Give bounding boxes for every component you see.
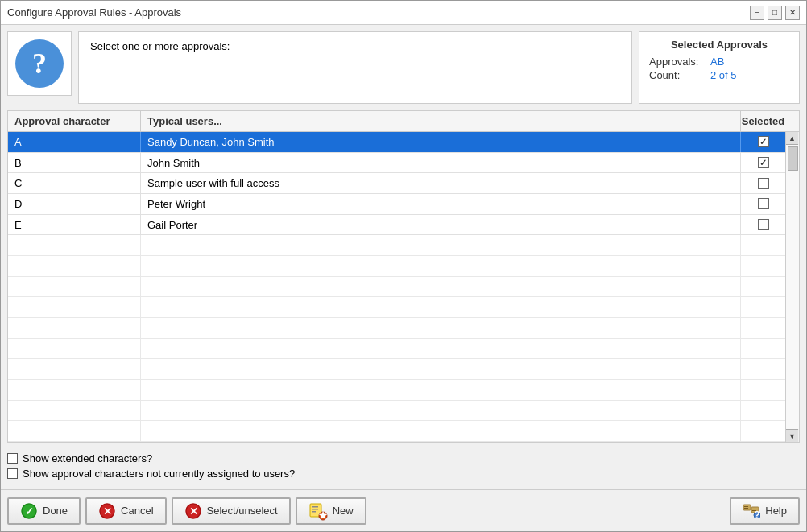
selected-approvals-title: Selected Approvals (649, 39, 789, 51)
scroll-up-arrow[interactable]: ▲ (786, 132, 798, 145)
show-unassigned-label: Show approval characters not currently a… (23, 468, 295, 480)
count-row: Count: 2 of 5 (649, 69, 789, 81)
checkbox-d[interactable] (758, 198, 769, 209)
col-header-char: Approval character (8, 111, 141, 131)
cell-char: A (8, 132, 141, 152)
svg-text:✓: ✓ (25, 505, 34, 518)
cell-char: C (8, 173, 141, 193)
main-window: Configure Approval Rules - Approvals − □… (0, 0, 807, 532)
minimize-button[interactable]: − (750, 6, 764, 20)
empty-row (8, 339, 785, 360)
icon-box: ? (7, 31, 72, 96)
cancel-icon: ✕ (98, 502, 116, 520)
maximize-button[interactable]: □ (768, 6, 782, 20)
count-label: Count: (649, 69, 706, 81)
question-icon: ? (15, 39, 64, 88)
table-body: A Sandy Duncan, John Smith B John Smith (8, 132, 785, 442)
option-row-unassigned: Show approval characters not currently a… (7, 468, 800, 480)
new-icon: ★ (308, 501, 328, 521)
cell-users: Gail Porter (141, 215, 741, 235)
checkbox-show-unassigned[interactable] (7, 468, 18, 479)
top-panel: ? Select one or more approvals: Selected… (7, 31, 800, 104)
checkbox-b[interactable] (758, 157, 769, 168)
checkbox-e[interactable] (758, 219, 769, 230)
empty-row (8, 359, 785, 380)
new-button[interactable]: ★ New (296, 497, 366, 525)
table-section: Approval character Typical users... Sele… (7, 110, 800, 443)
empty-row (8, 256, 785, 277)
table-row[interactable]: A Sandy Duncan, John Smith (8, 132, 785, 153)
title-bar-left: Configure Approval Rules - Approvals (7, 6, 181, 19)
help-button[interactable]: ? Help (730, 497, 800, 525)
approvals-value: AB (710, 56, 724, 68)
cell-users: Sample user with full access (141, 173, 741, 193)
cell-selected[interactable] (741, 173, 785, 193)
close-button[interactable]: ✕ (785, 6, 800, 20)
cell-char: E (8, 215, 141, 235)
cell-selected[interactable] (741, 132, 785, 152)
cell-char: D (8, 194, 141, 214)
title-bar: Configure Approval Rules - Approvals − □… (1, 1, 806, 25)
col-header-selected: Selected (741, 111, 785, 131)
scroll-thumb[interactable] (788, 146, 798, 171)
cell-selected[interactable] (741, 153, 785, 173)
table-row[interactable]: B John Smith (8, 153, 785, 174)
svg-rect-12 (743, 505, 751, 510)
cell-users: Sandy Duncan, John Smith (141, 132, 741, 152)
table-scroll-container: A Sandy Duncan, John Smith B John Smith (8, 132, 799, 442)
empty-row (8, 421, 785, 442)
button-bar: ✓ Done ✕ Cancel ✕ Select/unselect (1, 489, 806, 531)
cell-users: John Smith (141, 153, 741, 173)
help-label: Help (765, 505, 787, 517)
instruction-text: Select one or more approvals: (90, 40, 230, 52)
instruction-box: Select one or more approvals: (78, 31, 632, 104)
cancel-label: Cancel (121, 505, 153, 517)
count-value: 2 of 5 (710, 69, 737, 81)
selected-approvals-box: Selected Approvals Approvals: AB Count: … (639, 31, 800, 104)
col-header-users: Typical users... (141, 111, 741, 131)
option-row-extended: Show extended characters? (7, 452, 800, 464)
svg-rect-14 (744, 508, 748, 509)
checkbox-c[interactable] (758, 178, 769, 189)
done-label: Done (43, 505, 68, 517)
vertical-scrollbar[interactable]: ▲ ▼ (785, 132, 799, 442)
table-row[interactable]: D Peter Wright (8, 194, 785, 215)
select-unselect-label: Select/unselect (207, 505, 278, 517)
svg-text:?: ? (754, 509, 760, 518)
cell-char: B (8, 153, 141, 173)
svg-rect-7 (312, 506, 318, 508)
cancel-button[interactable]: ✕ Cancel (85, 497, 166, 525)
empty-row (8, 401, 785, 422)
svg-rect-9 (312, 511, 316, 513)
empty-row (8, 297, 785, 318)
cell-users: Peter Wright (141, 194, 741, 214)
show-extended-label: Show extended characters? (23, 452, 152, 464)
done-button[interactable]: ✓ Done (7, 497, 81, 525)
cell-selected[interactable] (741, 215, 785, 235)
main-content: ? Select one or more approvals: Selected… (1, 25, 806, 489)
checkbox-show-extended[interactable] (7, 453, 18, 464)
done-icon: ✓ (20, 502, 38, 520)
bottom-options: Show extended characters? Show approval … (7, 449, 800, 483)
select-unselect-button[interactable]: ✕ Select/unselect (172, 497, 291, 525)
scroll-track[interactable] (786, 145, 799, 429)
table-row[interactable]: E Gail Porter (8, 215, 785, 236)
approvals-row: Approvals: AB (649, 56, 789, 68)
empty-row (8, 380, 785, 401)
svg-text:✕: ✕ (103, 505, 112, 518)
select-unselect-icon: ✕ (184, 502, 202, 520)
new-label: New (333, 505, 354, 517)
cell-selected[interactable] (741, 194, 785, 214)
svg-text:★: ★ (318, 509, 328, 521)
table-row[interactable]: C Sample user with full access (8, 173, 785, 194)
checkbox-a[interactable] (758, 136, 769, 147)
approvals-label: Approvals: (649, 56, 706, 68)
empty-row (8, 318, 785, 339)
help-icon: ? (743, 502, 760, 520)
scroll-down-arrow[interactable]: ▼ (786, 429, 798, 442)
table-header: Approval character Typical users... Sele… (8, 111, 799, 132)
window-title: Configure Approval Rules - Approvals (7, 6, 181, 19)
svg-rect-8 (312, 509, 318, 510)
svg-rect-13 (744, 506, 748, 507)
empty-row (8, 277, 785, 298)
